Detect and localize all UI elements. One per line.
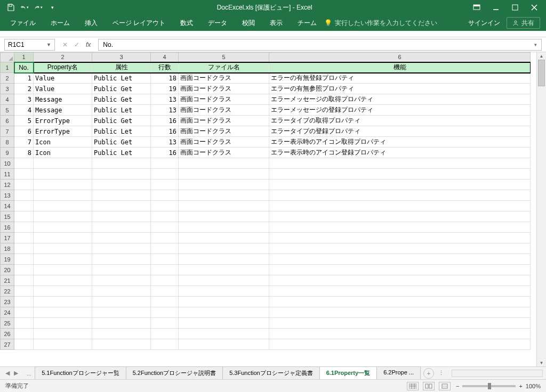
new-sheet-button[interactable]: + [423, 368, 434, 379]
row-header[interactable]: 11 [1, 169, 14, 179]
row-header[interactable]: 9 [1, 148, 14, 158]
table-cell[interactable]: Public Let [92, 126, 151, 137]
row-header[interactable]: 14 [1, 201, 14, 211]
table-cell[interactable]: Public Let [92, 105, 151, 116]
empty-cell[interactable] [179, 222, 269, 233]
empty-cell[interactable] [179, 307, 269, 318]
empty-cell[interactable] [179, 265, 269, 275]
empty-cell[interactable] [269, 286, 531, 297]
ribbon-tab-pagelayout[interactable]: ページ レイアウト [105, 15, 173, 31]
zoom-in-icon[interactable]: + [519, 383, 522, 389]
table-cell[interactable]: 16 [151, 126, 179, 137]
table-cell[interactable]: エラーメッセージの登録プロパティ [269, 105, 531, 116]
empty-cell[interactable] [269, 254, 531, 265]
vertical-scrollbar[interactable]: ▲ ▼ [536, 52, 546, 366]
empty-cell[interactable] [92, 179, 151, 190]
empty-cell[interactable] [34, 329, 92, 339]
table-cell[interactable]: 画面コードクラス [179, 105, 269, 116]
empty-cell[interactable] [151, 265, 179, 275]
ribbon-tab-home[interactable]: ホーム [43, 15, 77, 31]
empty-cell[interactable] [151, 318, 179, 329]
table-cell[interactable]: 8 [14, 148, 34, 158]
ribbon-tab-file[interactable]: ファイル [3, 15, 43, 31]
row-header[interactable]: 20 [1, 265, 14, 275]
enter-icon[interactable]: ✓ [74, 41, 79, 48]
table-cell[interactable]: 13 [151, 137, 179, 148]
view-pagebreak-icon[interactable] [439, 382, 451, 390]
scroll-thumb[interactable] [538, 60, 545, 86]
table-cell[interactable]: エラーメッセージの取得プロパティ [269, 94, 531, 105]
row-header[interactable]: 16 [1, 222, 14, 233]
tell-me[interactable]: 💡 実行したい作業を入力してください [324, 19, 437, 28]
empty-cell[interactable] [14, 222, 34, 233]
empty-cell[interactable] [92, 211, 151, 222]
empty-cell[interactable] [269, 243, 531, 254]
sheet-tab[interactable]: 6.2Prope ... [376, 366, 421, 380]
empty-cell[interactable] [151, 190, 179, 201]
zoom-slider[interactable] [462, 385, 516, 387]
chevron-down-icon[interactable]: ▼ [46, 42, 51, 47]
empty-cell[interactable] [269, 201, 531, 211]
column-header[interactable]: 3 [92, 53, 151, 62]
ribbon-tab-view[interactable]: 表示 [262, 15, 290, 31]
empty-cell[interactable] [179, 243, 269, 254]
empty-cell[interactable] [92, 318, 151, 329]
empty-cell[interactable] [92, 222, 151, 233]
table-cell[interactable]: 13 [151, 105, 179, 116]
table-cell[interactable]: 画面コードクラス [179, 84, 269, 94]
sheet-tab[interactable]: 5.2Functionプロシージャ説明書 [126, 366, 223, 380]
empty-cell[interactable] [14, 307, 34, 318]
view-normal-icon[interactable] [407, 382, 419, 390]
empty-cell[interactable] [269, 275, 531, 286]
table-cell[interactable]: Public Get [92, 94, 151, 105]
name-box[interactable]: R1C1 ▼ [4, 39, 55, 51]
row-header[interactable]: 2 [1, 73, 14, 84]
ribbon-tab-formulas[interactable]: 数式 [173, 15, 200, 31]
empty-cell[interactable] [92, 158, 151, 169]
row-header[interactable]: 23 [1, 297, 14, 307]
empty-cell[interactable] [14, 158, 34, 169]
table-cell[interactable]: 5 [14, 116, 34, 126]
sheet-tabs-more-icon[interactable]: ⋮ [434, 370, 448, 377]
empty-cell[interactable] [34, 265, 92, 275]
empty-cell[interactable] [179, 329, 269, 339]
empty-cell[interactable] [14, 179, 34, 190]
table-cell[interactable]: Public Get [92, 84, 151, 94]
table-cell[interactable]: Public Let [92, 148, 151, 158]
empty-cell[interactable] [179, 297, 269, 307]
empty-cell[interactable] [34, 307, 92, 318]
empty-cell[interactable] [179, 318, 269, 329]
empty-cell[interactable] [92, 275, 151, 286]
empty-cell[interactable] [34, 243, 92, 254]
column-header[interactable]: 4 [151, 53, 179, 62]
row-header[interactable]: 17 [1, 233, 14, 243]
table-header-cell[interactable]: Property名 [34, 62, 92, 73]
table-cell[interactable]: Value [34, 73, 92, 84]
table-cell[interactable]: 3 [14, 94, 34, 105]
empty-cell[interactable] [14, 329, 34, 339]
empty-cell[interactable] [179, 158, 269, 169]
empty-cell[interactable] [34, 233, 92, 243]
redo-icon[interactable]: ▾ [34, 3, 43, 12]
row-header[interactable]: 5 [1, 105, 14, 116]
empty-cell[interactable] [269, 307, 531, 318]
empty-cell[interactable] [92, 265, 151, 275]
empty-cell[interactable] [151, 307, 179, 318]
table-header-cell[interactable]: No. [14, 62, 34, 73]
table-cell[interactable]: Message [34, 105, 92, 116]
empty-cell[interactable] [14, 286, 34, 297]
view-pagelayout-icon[interactable] [423, 382, 435, 390]
empty-cell[interactable] [92, 169, 151, 179]
table-cell[interactable]: 2 [14, 84, 34, 94]
empty-cell[interactable] [179, 339, 269, 350]
table-cell[interactable]: 画面コードクラス [179, 126, 269, 137]
spreadsheet-grid[interactable]: 1234561No.Property名属性行数ファイル名機能21ValuePub… [0, 52, 536, 366]
close-icon[interactable] [530, 3, 539, 12]
row-header[interactable]: 13 [1, 190, 14, 201]
empty-cell[interactable] [34, 158, 92, 169]
empty-cell[interactable] [34, 190, 92, 201]
table-cell[interactable]: エラーの有無登録プロパティ [269, 73, 531, 84]
qat-customize-icon[interactable]: ▾ [48, 3, 57, 12]
row-header[interactable]: 18 [1, 243, 14, 254]
empty-cell[interactable] [34, 275, 92, 286]
